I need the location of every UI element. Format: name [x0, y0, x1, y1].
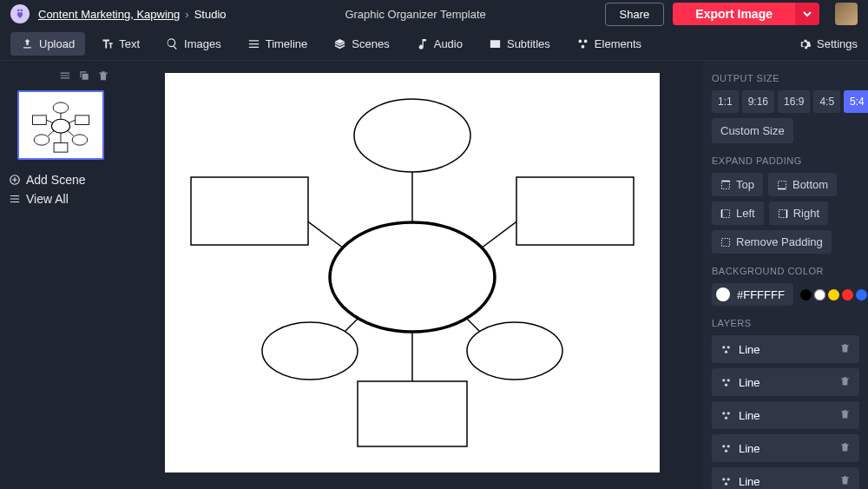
inspector-panel: OUTPUT SIZE 1:19:1616:94:55:4 Custom Siz… — [703, 61, 868, 489]
settings-button[interactable]: Settings — [798, 37, 858, 51]
share-button[interactable]: Share — [605, 3, 665, 26]
svg-rect-27 — [191, 177, 308, 245]
ratio-16-9[interactable]: 16:9 — [778, 90, 810, 113]
canvas[interactable] — [165, 73, 660, 472]
layers-label: LAYERS — [712, 318, 859, 328]
ratio-5-4[interactable]: 5:4 — [844, 90, 868, 113]
layer-row-4[interactable]: Line — [712, 467, 859, 489]
pad-bottom-button[interactable]: Bottom — [768, 173, 837, 196]
timeline-button[interactable]: Timeline — [237, 32, 319, 56]
svg-point-48 — [722, 445, 725, 447]
duplicate-icon[interactable] — [78, 69, 90, 85]
ratio-9-16[interactable]: 9:16 — [742, 90, 774, 113]
preset-color-1[interactable] — [814, 289, 825, 301]
expand-padding-label: EXPAND PADDING — [712, 155, 859, 166]
layer-row-1[interactable]: Line — [712, 368, 859, 396]
delete-layer-button[interactable] — [839, 441, 851, 455]
ratio-4-5[interactable]: 4:5 — [813, 90, 840, 113]
view-all-label: View All — [26, 192, 69, 206]
svg-point-52 — [727, 478, 730, 480]
pad-top-button[interactable]: Top — [712, 173, 763, 196]
remove-padding-icon — [720, 237, 731, 248]
preset-color-4[interactable] — [856, 289, 867, 301]
svg-point-23 — [330, 222, 495, 332]
svg-point-40 — [727, 346, 730, 348]
export-dropdown-button[interactable] — [795, 3, 819, 25]
export-button[interactable]: Export Image — [673, 3, 795, 25]
layer-row-3[interactable]: Line — [712, 434, 859, 462]
svg-point-50 — [725, 449, 727, 452]
svg-point-3 — [51, 119, 69, 133]
subtitles-icon — [489, 37, 502, 50]
images-button[interactable]: Images — [155, 32, 232, 56]
svg-line-15 — [68, 130, 74, 135]
current-color-swatch — [716, 287, 730, 301]
elements-icon — [576, 37, 589, 50]
delete-icon[interactable] — [97, 69, 109, 85]
breadcrumb: Content Marketing, Kapwing › Studio — [38, 8, 227, 21]
ratio-1-1[interactable]: 1:1 — [712, 90, 739, 113]
svg-point-49 — [727, 445, 730, 447]
text-label: Text — [119, 37, 140, 50]
shape-icon — [720, 476, 732, 487]
elements-button[interactable]: Elements — [566, 32, 652, 56]
layer-name: Line — [739, 376, 760, 389]
pad-right-button[interactable]: Right — [769, 202, 828, 225]
reorder-icon[interactable] — [59, 69, 71, 85]
delete-layer-button[interactable] — [839, 474, 851, 488]
breadcrumb-workspace[interactable]: Content Marketing, Kapwing — [38, 8, 180, 21]
pad-top-icon — [720, 180, 731, 190]
svg-rect-36 — [779, 209, 786, 217]
layer-name: Line — [739, 409, 760, 422]
svg-point-5 — [34, 135, 49, 145]
gear-icon — [798, 37, 812, 51]
delete-layer-button[interactable] — [839, 408, 851, 422]
breadcrumb-page: Studio — [194, 8, 227, 21]
audio-button[interactable]: Audio — [405, 32, 473, 56]
subtitles-label: Subtitles — [507, 37, 550, 50]
preset-color-0[interactable] — [800, 289, 812, 301]
scene-thumbnail[interactable] — [17, 90, 104, 160]
custom-size-button[interactable]: Custom Size — [712, 118, 793, 143]
remove-padding-button[interactable]: Remove Padding — [712, 230, 832, 254]
svg-rect-8 — [76, 116, 89, 125]
svg-point-53 — [725, 482, 727, 485]
svg-rect-34 — [722, 209, 730, 217]
svg-point-44 — [725, 383, 727, 386]
avatar[interactable] — [835, 3, 858, 25]
svg-point-25 — [262, 322, 358, 380]
chevron-right-icon: › — [185, 8, 188, 21]
preset-color-3[interactable] — [842, 289, 853, 301]
background-color-input[interactable]: #FFFFFF — [712, 283, 793, 306]
chevron-down-icon — [803, 10, 812, 18]
svg-point-2 — [581, 45, 584, 49]
pad-left-button[interactable]: Left — [712, 202, 764, 225]
layer-row-0[interactable]: Line — [712, 335, 859, 363]
upload-button[interactable]: Upload — [10, 32, 85, 56]
search-icon — [166, 37, 179, 50]
output-size-label: OUTPUT SIZE — [712, 73, 859, 83]
svg-point-41 — [725, 350, 727, 353]
svg-rect-28 — [516, 177, 634, 245]
audio-label: Audio — [434, 37, 463, 50]
svg-rect-29 — [358, 381, 467, 446]
layer-row-2[interactable]: Line — [712, 401, 859, 429]
logo-icon[interactable] — [10, 4, 30, 23]
preset-color-2[interactable] — [828, 289, 839, 301]
delete-layer-button[interactable] — [839, 375, 851, 389]
scenes-button[interactable]: Scenes — [323, 32, 399, 56]
svg-point-45 — [722, 412, 725, 414]
layer-name: Line — [739, 475, 760, 488]
delete-layer-button[interactable] — [839, 342, 851, 356]
layer-name: Line — [739, 442, 760, 455]
scenes-icon — [333, 37, 346, 50]
text-button[interactable]: Text — [90, 32, 150, 56]
svg-rect-30 — [722, 181, 730, 188]
page-title[interactable]: Graphic Organizer Template — [235, 8, 596, 21]
images-label: Images — [184, 37, 221, 50]
subtitles-button[interactable]: Subtitles — [478, 32, 561, 56]
elements-label: Elements — [595, 37, 641, 50]
svg-point-42 — [722, 379, 725, 381]
view-all-button[interactable]: View All — [9, 189, 113, 208]
add-scene-button[interactable]: Add Scene — [9, 170, 113, 189]
